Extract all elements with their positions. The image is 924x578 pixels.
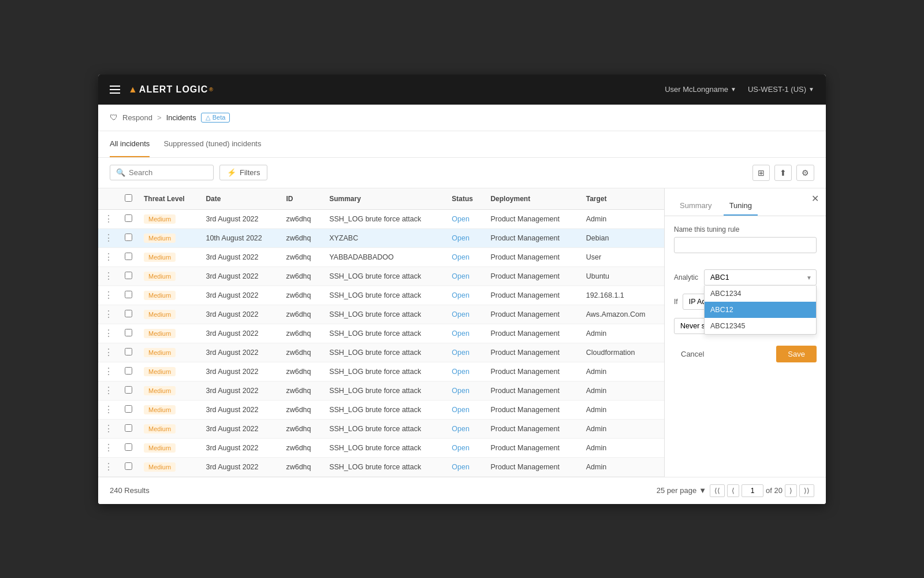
dropdown-option-abc1234[interactable]: ABC1234	[705, 286, 816, 302]
name-rule-input[interactable]	[674, 237, 817, 253]
search-input[interactable]	[129, 168, 207, 177]
table-row[interactable]: ⋮ Medium 3rd August 2022 zw6dhq SSH_LOG …	[98, 400, 664, 419]
table-row[interactable]: ⋮ Medium 3rd August 2022 zw6dhq SSH_LOG …	[98, 286, 664, 305]
table-row[interactable]: ⋮ Medium 3rd August 2022 zw6dhq SSH_LOG …	[98, 438, 664, 457]
row-checkbox-col	[119, 343, 138, 362]
row-menu-col: ⋮	[98, 419, 119, 438]
user-dropdown[interactable]: User McLongname ▼	[665, 85, 736, 94]
row-deployment: Product Management	[485, 343, 580, 362]
row-checkbox[interactable]	[125, 348, 132, 355]
row-context-menu[interactable]: ⋮	[104, 347, 113, 357]
close-button[interactable]: ✕	[811, 194, 819, 203]
row-deployment: Product Management	[485, 381, 580, 400]
side-panel-tabs: Summary Tuning	[665, 188, 826, 216]
prev-page-button[interactable]: ⟨	[727, 484, 739, 497]
export-button[interactable]: ⬆	[774, 165, 792, 181]
breadcrumb: 🛡 Respond > Incidents △ Beta	[98, 105, 826, 131]
row-context-menu[interactable]: ⋮	[104, 443, 113, 453]
last-page-button[interactable]: ⟩⟩	[799, 484, 814, 497]
row-context-menu[interactable]: ⋮	[104, 462, 113, 472]
settings-button[interactable]: ⚙	[796, 165, 814, 181]
side-tab-summary[interactable]: Summary	[674, 197, 718, 216]
dropdown-option-abc12345[interactable]: ABC12345	[705, 318, 816, 334]
row-checkbox[interactable]	[125, 462, 132, 470]
row-checkbox[interactable]	[125, 234, 132, 241]
row-context-menu[interactable]: ⋮	[104, 271, 113, 281]
row-checkbox[interactable]	[125, 367, 132, 375]
filters-button[interactable]: ⚡ Filters	[219, 165, 267, 180]
save-button[interactable]: Save	[776, 346, 817, 362]
filter-icon: ⚡	[227, 168, 236, 177]
row-summary: SSH_LOG brute force attack	[323, 419, 446, 438]
tab-all-incidents[interactable]: All incidents	[110, 131, 150, 157]
app-logo: ▲ ALERT LOGIC ®	[128, 84, 214, 95]
tab-suppressed-incidents[interactable]: Suppressed (tuned) incidents	[163, 131, 261, 157]
row-menu-col: ⋮	[98, 305, 119, 324]
search-box[interactable]: 🔍	[110, 165, 214, 180]
beta-icon: △	[206, 114, 210, 121]
next-page-button[interactable]: ⟩	[785, 484, 797, 497]
breadcrumb-parent[interactable]: Respond	[122, 113, 152, 122]
table-row[interactable]: ⋮ Medium 3rd August 2022 zw6dhq SSH_LOG …	[98, 266, 664, 286]
table-row[interactable]: ⋮ Medium 3rd August 2022 zw6dhq SSH_LOG …	[98, 419, 664, 438]
row-context-menu[interactable]: ⋮	[104, 386, 113, 395]
table-row[interactable]: ⋮ Medium 3rd August 2022 zw6dhq SSH_LOG …	[98, 362, 664, 381]
row-date: 3rd August 2022	[200, 324, 280, 343]
row-id: zw6dhq	[280, 247, 323, 266]
row-checkbox[interactable]	[125, 291, 132, 298]
row-context-menu[interactable]: ⋮	[104, 233, 113, 243]
main-tabs: All incidents Suppressed (tuned) inciden…	[98, 131, 826, 158]
row-checkbox[interactable]	[125, 329, 132, 336]
row-context-menu[interactable]: ⋮	[104, 290, 113, 300]
row-threat: Medium	[138, 286, 200, 305]
select-all-checkbox[interactable]	[125, 194, 132, 202]
table-row[interactable]: ⋮ Medium 3rd August 2022 zw6dhq SSH_LOG …	[98, 343, 664, 362]
side-tab-tuning[interactable]: Tuning	[724, 197, 758, 216]
table-row[interactable]: ⋮ Medium 3rd August 2022 zw6dhq SSH_LOG …	[98, 457, 664, 476]
per-page-selector[interactable]: 25 per page ▼	[657, 486, 706, 495]
row-context-menu[interactable]: ⋮	[104, 424, 113, 433]
hamburger-menu[interactable]	[110, 86, 120, 94]
row-threat: Medium	[138, 419, 200, 438]
col-menu	[98, 188, 119, 210]
row-status: Open	[446, 228, 485, 247]
row-context-menu[interactable]: ⋮	[104, 214, 113, 224]
page-number-input[interactable]: 1	[742, 484, 763, 497]
threat-badge: Medium	[144, 367, 176, 376]
row-context-menu[interactable]: ⋮	[104, 405, 113, 414]
row-menu-col: ⋮	[98, 400, 119, 419]
table-row[interactable]: ⋮ Medium 3rd August 2022 zw6dhq SSH_LOG …	[98, 305, 664, 324]
row-context-menu[interactable]: ⋮	[104, 252, 113, 262]
cancel-button[interactable]: Cancel	[674, 346, 711, 362]
row-checkbox[interactable]	[125, 443, 132, 451]
row-checkbox[interactable]	[125, 214, 132, 222]
row-context-menu[interactable]: ⋮	[104, 309, 113, 319]
row-threat: Medium	[138, 266, 200, 286]
region-dropdown[interactable]: US-WEST-1 (US) ▼	[748, 85, 814, 94]
row-target: Cloudformation	[580, 343, 664, 362]
row-context-menu[interactable]: ⋮	[104, 328, 113, 338]
row-checkbox[interactable]	[125, 272, 132, 279]
row-checkbox[interactable]	[125, 310, 132, 317]
first-page-button[interactable]: ⟨⟨	[710, 484, 725, 497]
view-toggle-button[interactable]: ⊞	[752, 165, 770, 181]
row-menu-col: ⋮	[98, 286, 119, 305]
row-date: 3rd August 2022	[200, 343, 280, 362]
beta-label: Beta	[213, 114, 226, 121]
table-row[interactable]: ⋮ Medium 3rd August 2022 zw6dhq SSH_LOG …	[98, 209, 664, 228]
col-summary: Summary	[323, 188, 446, 210]
row-summary: SSH_LOG brute force attack	[323, 362, 446, 381]
analytic-select[interactable]: ABC1	[704, 269, 817, 286]
region-dropdown-arrow: ▼	[808, 86, 814, 92]
table-row[interactable]: ⋮ Medium 3rd August 2022 zw6dhq SSH_LOG …	[98, 324, 664, 343]
row-checkbox[interactable]	[125, 424, 132, 432]
row-checkbox[interactable]	[125, 405, 132, 413]
row-checkbox[interactable]	[125, 386, 132, 394]
dropdown-option-abc12[interactable]: ABC12	[705, 302, 816, 318]
row-checkbox[interactable]	[125, 253, 132, 260]
row-context-menu[interactable]: ⋮	[104, 366, 113, 376]
table-row[interactable]: ⋮ Medium 3rd August 2022 zw6dhq SSH_LOG …	[98, 381, 664, 400]
table-row[interactable]: ⋮ Medium 3rd August 2022 zw6dhq YABBADAB…	[98, 247, 664, 266]
page-nav: ⟨⟨ ⟨ 1 of 20 ⟩ ⟩⟩	[710, 484, 814, 497]
table-row[interactable]: ⋮ Medium 10th August 2022 zw6dhq XYZABC …	[98, 228, 664, 247]
